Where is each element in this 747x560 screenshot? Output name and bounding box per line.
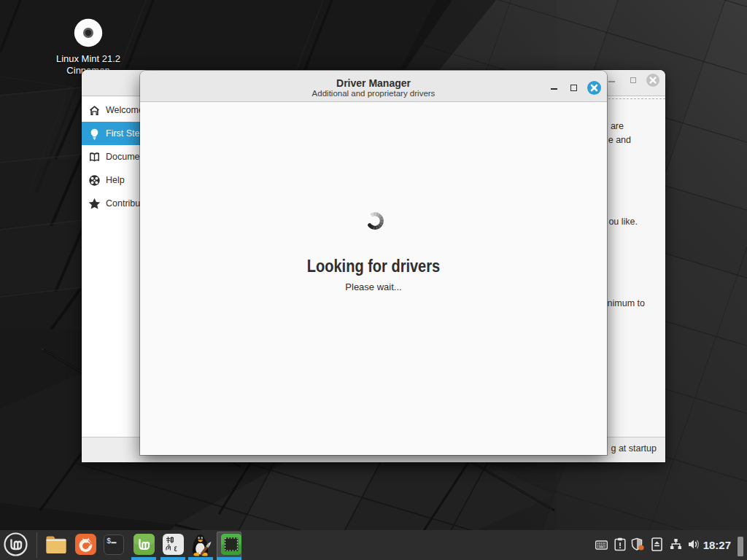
svg-text:$: $ (107, 537, 111, 545)
